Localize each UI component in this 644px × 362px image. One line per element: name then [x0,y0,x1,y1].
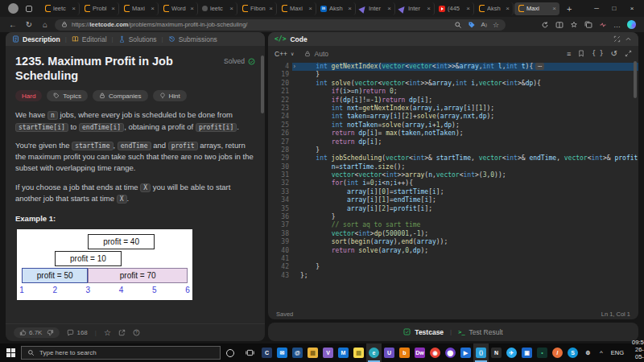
browser-tab[interactable]: Fibon× [238,2,277,15]
tab-close-icon[interactable]: × [387,5,391,12]
start-button[interactable] [0,343,21,362]
taskbar-app-settings[interactable]: ⚙ [580,343,596,362]
shopping-tag-icon[interactable] [468,21,476,29]
tab-close-icon[interactable]: × [466,5,470,12]
code-line[interactable]: 29 int jobScheduling(vector<int>& startT… [268,154,638,162]
tab-description[interactable]: Description [12,35,60,43]
address-bar[interactable]: https://leetcode.com/problems/maximum-pr… [55,19,506,31]
copilot-icon[interactable] [627,20,636,29]
tab-submissions[interactable]: Submissions [168,35,217,43]
folded-code-icon[interactable]: ⋯ [535,63,544,70]
browser-tab[interactable]: Aksh× [475,2,514,15]
share-button[interactable] [118,329,126,336]
tab-close-icon[interactable]: × [269,5,273,12]
code-line[interactable]: 41 [268,255,638,263]
comments-button[interactable]: 168 [67,329,87,336]
taskbar-app-skype[interactable]: S [565,343,580,362]
code-line[interactable]: 22 if(dp[i]!=-1)return dp[i]; [268,97,638,105]
companies-chip[interactable]: Companies [93,90,147,101]
favorites-bar-icon[interactable] [570,21,578,29]
code-line[interactable]: 31 vector<vector<int>>array(n,vector<int… [268,171,638,179]
difficulty-badge[interactable]: Hard [15,90,42,101]
search-zoom-icon[interactable] [454,21,462,29]
code-line[interactable]: 26 return dp[i]= max(taken,notTaken); [268,130,638,138]
refresh-button[interactable]: ↻ [23,20,35,29]
close-window-button[interactable]: × [623,0,641,17]
taskbar-app-notes-app[interactable]: N [489,343,504,362]
autosave-indicator[interactable]: Auto [304,50,328,58]
tab-close-icon[interactable]: × [229,5,233,12]
reset-code-icon[interactable]: ↺ [611,49,617,58]
browser-tab[interactable]: (445× [436,2,474,15]
code-line[interactable]: 33 array[i][0]=startTime[i]; [268,188,638,196]
more-menu-icon[interactable]: … [613,21,621,29]
braces-icon[interactable]: { } [592,50,603,57]
help-button[interactable]: ? [133,329,140,336]
taskbar-app-pill-app[interactable]: / [550,343,565,362]
code-line[interactable]: 23 int nxt=getNextIndex(array,i,array[i]… [268,105,638,113]
taskbar-app-photos-app[interactable]: ▣ [519,343,535,362]
minimize-button[interactable]: ─ [588,0,605,17]
language-selector[interactable]: C++∨ [275,50,294,58]
code-line[interactable]: 28 } [268,146,638,154]
tab-close-icon[interactable]: × [552,5,556,12]
taskbar-app-ms-store[interactable]: M [336,343,351,362]
browser-tab[interactable]: Probl× [80,2,119,15]
code-line[interactable]: 40 return solve(array,0,dp); [268,247,638,255]
taskbar-app-unity-app[interactable]: U [382,343,397,362]
taskbar-app-file-explorer[interactable]: ▤ [305,343,320,362]
taskbar-app-mongodb[interactable]: • [535,343,550,362]
tab-close-icon[interactable]: × [348,5,352,12]
tab-test-result[interactable]: >_ Test Result [458,328,502,336]
refresh-sync-icon[interactable] [541,21,549,29]
topics-chip[interactable]: Topics [47,90,88,101]
taskbar-app-chrome[interactable]: ◉ [427,343,443,362]
code-line[interactable]: 35 array[i][2]=profit[i]; [268,205,638,213]
code-line[interactable]: 27 return dp[i]; [268,138,638,146]
browser-tab[interactable]: Maxi× [120,2,159,15]
hint-chip[interactable]: Hint [153,90,187,101]
taskbar-app-vscode[interactable]: ⟨⟩ [473,343,489,362]
bookmark-icon[interactable] [578,50,584,57]
taskbar-app-visual-studio[interactable]: V [320,343,336,362]
browser-tab[interactable]: Inter× [357,2,395,15]
tab-close-icon[interactable]: × [190,5,194,12]
code-line[interactable]: 21 if(i>=n)return 0; [268,88,638,96]
format-code-icon[interactable]: ≡ [567,50,571,58]
code-line[interactable]: 42 } [268,263,638,271]
browser-tab[interactable]: Maxi× [514,2,559,15]
thumbs-down-button[interactable] [47,329,54,336]
browser-essentials-icon[interactable] [599,21,607,29]
code-line[interactable]: 25 int notTaken=solve(array,i+1,dp); [268,121,638,130]
taskbar-app-telegram[interactable]: ✈ [504,343,519,362]
browser-tab[interactable]: Inter× [396,2,435,15]
code-editor[interactable]: 4› int getNextIndex(vector<vector<int>>&… [268,61,638,308]
fullscreen-icon[interactable] [625,50,632,57]
browser-profile-icon[interactable] [8,3,19,14]
description-scrollbar[interactable] [261,56,264,113]
code-line[interactable]: 20 int solve(vector<vector<int>>&array,i… [268,80,638,88]
tab-close-icon[interactable]: × [427,5,431,12]
browser-tab[interactable]: inAksh× [317,2,356,15]
code-line[interactable]: 19 } [268,71,638,79]
browser-tab[interactable]: Word× [159,2,198,15]
tray-expand-button[interactable]: ^ [596,343,607,362]
taskbar-search-input[interactable]: Type here to search [21,346,221,360]
thumbs-up-button[interactable]: 6.7K [19,329,42,336]
cortana-button[interactable] [221,343,240,362]
taskbar-app-github-desktop[interactable]: ⬤ [443,343,458,362]
browser-tab[interactable]: leetc× [199,2,237,15]
code-scrollbar[interactable] [634,61,637,98]
star-button[interactable]: ☆ [104,328,111,337]
taskbar-app-movies-app[interactable]: ▶ [458,343,473,362]
tab-close-icon[interactable]: × [72,5,76,12]
taskbar-clock[interactable]: 09:56 26-05-2024 [628,343,644,362]
code-line[interactable]: 36 } [268,213,638,221]
split-screen-icon[interactable] [555,21,564,29]
browser-tab[interactable]: leetc× [41,2,80,15]
collapse-panel-icon[interactable] [625,35,632,43]
read-aloud-icon[interactable]: A) [481,21,487,28]
taskbar-app-edge-browser[interactable]: e [366,343,382,362]
taskbar-app-mail-app[interactable]: ✉ [275,343,290,362]
tab-solutions[interactable]: Solutions [118,35,157,43]
